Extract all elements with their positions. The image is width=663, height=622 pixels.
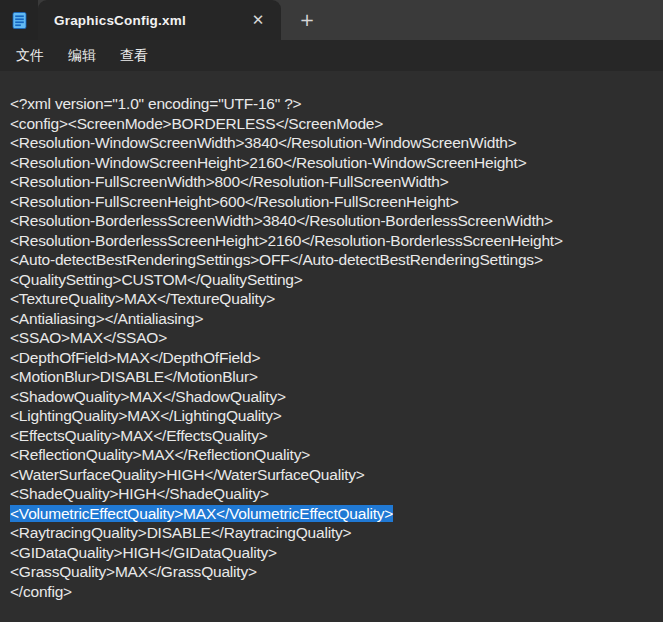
xml-line: <Resolution-WindowScreenWidth>3840</Reso… [10, 133, 657, 153]
new-tab-button[interactable]: + [293, 7, 321, 33]
xml-line: <LightingQuality>MAX</LightingQuality> [10, 406, 657, 426]
xml-line: <Resolution-FullScreenHeight>600</Resolu… [10, 192, 657, 212]
xml-line: <GIDataQuality>HIGH</GIDataQuality> [10, 543, 657, 563]
xml-line: <config><ScreenMode>BORDERLESS</ScreenMo… [10, 114, 657, 134]
menu-bar: 文件 编辑 查看 [0, 40, 663, 71]
xml-line: <ShadeQuality>HIGH</ShadeQuality> [10, 484, 657, 504]
menu-file[interactable]: 文件 [4, 43, 56, 69]
xml-line: <Resolution-FullScreenWidth>800</Resolut… [10, 172, 657, 192]
xml-line: <Resolution-WindowScreenHeight>2160</Res… [10, 153, 657, 173]
xml-line: <RaytracingQuality>DISABLE</RaytracingQu… [10, 523, 657, 543]
xml-line: <?xml version="1.0" encoding="UTF-16" ?> [10, 94, 657, 114]
xml-line: <Resolution-BorderlessScreenHeight>2160<… [10, 231, 657, 251]
menu-view[interactable]: 查看 [108, 43, 160, 69]
xml-line: <ShadowQuality>MAX</ShadowQuality> [10, 387, 657, 407]
xml-line: <Auto-detectBestRenderingSettings>OFF</A… [10, 250, 657, 270]
xml-line: <Resolution-BorderlessScreenWidth>3840</… [10, 211, 657, 231]
xml-line: <SSAO>MAX</SSAO> [10, 328, 657, 348]
tab-graphicsconfig-xml[interactable]: GraphicsConfig.xml ✕ [38, 0, 281, 40]
xml-line: </config> [10, 582, 657, 602]
tab-close-button[interactable]: ✕ [245, 7, 271, 33]
xml-line: <DepthOfField>MAX</DepthOfField> [10, 348, 657, 368]
notepad-window: GraphicsConfig.xml ✕ + 文件 编辑 查看 <?xml ve… [0, 0, 663, 622]
xml-line: <WaterSurfaceQuality>HIGH</WaterSurfaceQ… [10, 465, 657, 485]
xml-line: <GrassQuality>MAX</GrassQuality> [10, 562, 657, 582]
app-icon-area [0, 0, 38, 40]
xml-line: <TextureQuality>MAX</TextureQuality> [10, 289, 657, 309]
plus-icon: + [299, 11, 314, 29]
close-icon: ✕ [252, 13, 265, 28]
xml-line: <MotionBlur>DISABLE</MotionBlur> [10, 367, 657, 387]
text-editor[interactable]: <?xml version="1.0" encoding="UTF-16" ?>… [0, 71, 663, 622]
xml-line: <Antialiasing></Antialiasing> [10, 309, 657, 329]
titlebar: GraphicsConfig.xml ✕ + [0, 0, 663, 40]
notepad-app-icon [10, 11, 29, 30]
xml-line: <QualitySetting>CUSTOM</QualitySetting> [10, 270, 657, 290]
tab-title: GraphicsConfig.xml [54, 13, 245, 28]
xml-line: <EffectsQuality>MAX</EffectsQuality> [10, 426, 657, 446]
xml-line: <ReflectionQuality>MAX</ReflectionQualit… [10, 445, 657, 465]
menu-edit[interactable]: 编辑 [56, 43, 108, 69]
xml-line-selected: <VolumetricEffectQuality>MAX</Volumetric… [10, 504, 657, 524]
